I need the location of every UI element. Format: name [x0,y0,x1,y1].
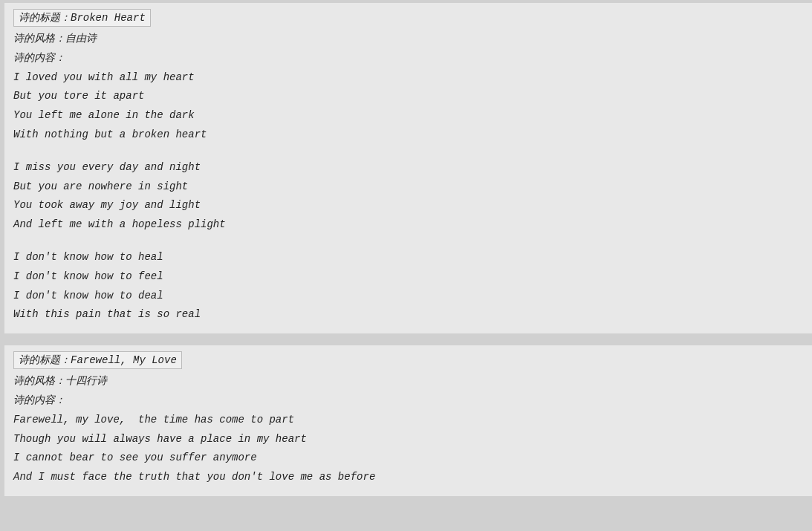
left-bar-1 [0,3,4,333]
poem2-line-1: Farewell, my love, the time has come to … [13,411,803,430]
poem2-line-2: Though you will always have a place in m… [13,430,803,449]
poem1-line-3: You left me alone in the dark [13,106,803,126]
left-bar-2 [0,345,4,496]
poem2-line-3: I cannot bear to see you suffer anymore [13,449,803,468]
poem2-title: 诗的标题：Farewell, My Love [13,351,182,369]
poem-block-2: 诗的标题：Farewell, My Love 诗的风格：十四行诗 诗的内容： F… [0,345,812,496]
poem1-content-label: 诗的内容： [13,49,803,68]
poem1-line-2: But you tore it apart [13,87,803,106]
poem1-blank-2 [13,235,803,248]
poem2-style: 诗的风格：十四行诗 [13,372,803,391]
poem1-line-11: I don't know how to deal [13,287,803,306]
poem1-line-8: And left me with a hopeless plight [13,215,803,235]
poem1-line-6: But you are nowhere in sight [13,177,803,197]
poem1-line-12: With this pain that is so real [13,305,803,325]
poem2-line-4: And I must face the truth that you don't… [13,468,803,487]
poem1-blank-1 [13,145,803,158]
poem2-content-label: 诗的内容： [13,391,803,411]
poem1-title: 诗的标题：Broken Heart [13,9,151,27]
poem1-line-10: I don't know how to feel [13,267,803,287]
section-gap [0,336,812,342]
poem1-line-4: With nothing but a broken heart [13,126,803,145]
page-container: 诗的标题：Broken Heart 诗的风格：自由诗 诗的内容： I loved… [0,3,812,531]
poem1-line-7: You took away my joy and light [13,196,803,215]
poem1-line-1: I loved you with all my heart [13,68,803,88]
poem1-line-9: I don't know how to heal [13,248,803,267]
poem-block-1: 诗的标题：Broken Heart 诗的风格：自由诗 诗的内容： I loved… [0,3,812,333]
poem1-style: 诗的风格：自由诗 [13,30,803,49]
poem1-line-5: I miss you every day and night [13,158,803,177]
